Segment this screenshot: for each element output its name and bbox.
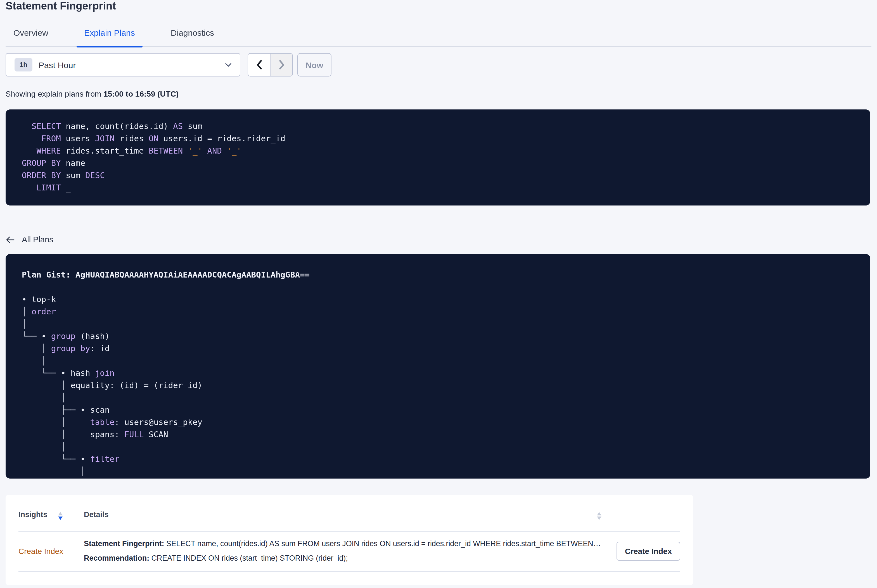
statement-fingerprint-page: Statement Fingerprint Overview Explain P…: [0, 0, 877, 588]
caption-prefix: Showing explain plans from: [6, 89, 101, 98]
all-plans-back-link[interactable]: All Plans: [6, 235, 53, 244]
insights-table-header: Insights Details: [18, 495, 680, 532]
statement-fingerprint-label: Statement Fingerprint:: [84, 539, 164, 548]
table-row: Create Index Statement Fingerprint: SELE…: [18, 532, 680, 572]
tab-explain-plans[interactable]: Explain Plans: [76, 21, 143, 46]
details-column-label[interactable]: Details: [84, 510, 109, 523]
details-column-header[interactable]: Details: [84, 510, 604, 523]
chevron-down-icon: [225, 63, 232, 67]
sql-statement-code: SELECT name, count(rides.id) AS sum FROM…: [22, 120, 870, 194]
tab-overview[interactable]: Overview: [6, 21, 56, 46]
chevron-right-icon: [278, 60, 285, 70]
time-range-dropdown[interactable]: 1h Past Hour: [6, 53, 240, 76]
time-controls: 1h Past Hour Now: [6, 53, 331, 76]
arrow-left-icon: [6, 236, 15, 243]
insights-column-label[interactable]: Insights: [18, 510, 48, 523]
statement-fingerprint-text: SELECT name, count(rides.id) AS sum FROM…: [166, 539, 602, 548]
sort-icon-insights[interactable]: [58, 512, 63, 520]
page-title: Statement Fingerprint: [6, 0, 116, 12]
showing-plans-caption: Showing explain plans from 15:00 to 16:5…: [6, 89, 179, 98]
details-cell: Statement Fingerprint: SELECT name, coun…: [84, 539, 617, 562]
sort-icon-details[interactable]: [597, 512, 602, 520]
insights-table: Insights Details Create Index Statement …: [6, 495, 693, 585]
plan-tree: Plan Gist: AgHUAQIABQAAAAHYAQIAiAEAAAADC…: [22, 268, 870, 477]
plan-gist-panel: Plan Gist: AgHUAQIABQAAAAHYAQIAiAEAAAADC…: [6, 254, 870, 478]
chevron-left-icon: [256, 60, 262, 70]
previous-time-button[interactable]: [248, 54, 270, 76]
now-button[interactable]: Now: [297, 53, 331, 76]
interval-badge: 1h: [15, 58, 32, 72]
sql-statement-panel: SELECT name, count(rides.id) AS sum FROM…: [6, 110, 870, 206]
statement-fingerprint-line: Statement Fingerprint: SELECT name, coun…: [84, 539, 602, 548]
time-pager: [248, 53, 293, 76]
recommendation-line: Recommendation: CREATE INDEX ON rides (s…: [84, 554, 602, 562]
time-range-label: Past Hour: [39, 60, 76, 69]
insights-column-header[interactable]: Insights: [18, 510, 84, 523]
tab-diagnostics[interactable]: Diagnostics: [163, 21, 222, 46]
all-plans-label: All Plans: [22, 235, 53, 244]
recommendation-label: Recommendation:: [84, 554, 149, 562]
create-index-button[interactable]: Create Index: [617, 542, 680, 560]
caption-time-range: 15:00 to 16:59 (UTC): [104, 89, 179, 98]
create-index-link[interactable]: Create Index: [18, 546, 84, 555]
recommendation-text: CREATE INDEX ON rides (start_time) STORI…: [151, 554, 347, 562]
tab-bar: Overview Explain Plans Diagnostics: [6, 21, 871, 47]
next-time-button[interactable]: [270, 54, 292, 76]
